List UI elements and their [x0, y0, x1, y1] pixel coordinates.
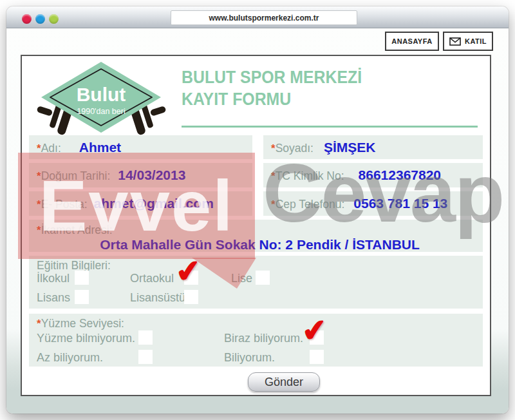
window-minimize-button[interactable] — [35, 14, 45, 24]
field-ikamet-adresi-label: İkamet Adresi: — [41, 224, 113, 236]
checkbox-yuzme-bilmiyorum[interactable] — [138, 330, 153, 345]
checkbox-ortaokul[interactable] — [184, 271, 198, 285]
required-marker: * — [37, 142, 41, 155]
field-eposta-value: ahmet@gmail.com — [94, 196, 214, 211]
envelope-icon — [449, 37, 461, 46]
logo-tagline: 1990'dan beri — [77, 107, 125, 116]
field-ikamet-adresi-value: Orta Mahalle Gün Sokak No: 2 Pendik / İS… — [37, 237, 483, 253]
address-bar[interactable]: www.bulutspormerkezi.com.tr — [171, 10, 357, 25]
url-text: www.bulutspormerkezi.com.tr — [209, 14, 319, 23]
field-dogum-tarihi-label: Doğum Tarihi: — [41, 169, 111, 183]
field-cep-telefonu[interactable]: * Cep Telefonu: 0563 781 15 13 — [263, 191, 483, 216]
checkbox-biraz-biliyorum[interactable] — [310, 330, 324, 345]
swimming-title: Yüzme Seviyesi: — [41, 317, 124, 330]
field-tc-kimlik[interactable]: * TC Kimlik No: 86612367820 — [263, 163, 483, 187]
window-close-button[interactable] — [22, 14, 32, 24]
swimming-section: *Yüzme Seviyesi: Yüzme bilmiyorum. Biraz… — [29, 314, 483, 367]
page-content: ANASAYFA KATIL — [6, 28, 509, 414]
katil-label: KATIL — [465, 37, 487, 45]
field-eposta-label: E- Posta: — [41, 198, 88, 211]
field-adi[interactable]: * Adı: Ahmet — [29, 135, 252, 159]
option-yuzme-bilmiyorum-label: Yüzme bilmiyorum. — [37, 332, 135, 345]
gonder-button[interactable]: Gönder — [248, 372, 320, 392]
required-marker: * — [37, 198, 41, 211]
checkbox-lisansustu[interactable] — [184, 290, 198, 304]
browser-chrome: www.bulutspormerkezi.com.tr — [6, 6, 509, 28]
field-cep-telefonu-label: Cep Telefonu: — [276, 198, 345, 211]
field-soyadi[interactable]: * Soyadı: ŞİMŞEK — [263, 135, 483, 159]
checkbox-biliyorum[interactable] — [310, 350, 324, 364]
required-marker: * — [37, 170, 41, 183]
field-tc-kimlik-label: TC Kimlik No: — [276, 169, 344, 183]
field-cep-telefonu-value: 0563 781 15 13 — [353, 196, 447, 211]
option-lisans-label: Lisans — [37, 291, 70, 305]
option-az-biliyorum-label: Az biliyorum. — [37, 351, 103, 365]
option-biliyorum-label: Biliyorum. — [224, 351, 275, 365]
required-marker: * — [37, 318, 41, 330]
checkbox-az-biliyorum[interactable] — [138, 350, 153, 364]
option-ortaokul-label: Ortaokul — [130, 272, 174, 285]
logo-name: Bulut — [77, 84, 126, 105]
form-title: BULUT SPOR MERKEZİ KAYIT FORMU — [182, 66, 362, 110]
checkbox-lisans[interactable] — [75, 290, 89, 304]
registration-form-panel: Bulut 1990'dan beri BULUT SPOR MERKEZİ K… — [21, 55, 491, 396]
field-tc-kimlik-value: 86612367820 — [359, 167, 441, 183]
checkbox-ilkokul[interactable] — [75, 271, 89, 285]
anasayfa-button[interactable]: ANASAYFA — [385, 32, 439, 51]
field-dogum-tarihi[interactable]: * Doğum Tarihi: 14/03/2013 — [29, 163, 252, 187]
option-ilkokul-label: İlkokul — [37, 272, 70, 285]
required-marker: * — [37, 224, 41, 236]
required-marker: * — [271, 170, 276, 183]
field-ikamet-adresi[interactable]: *İkamet Adresi: Orta Mahalle Gün Sokak N… — [29, 220, 483, 252]
option-lisansustu-label: Lisansüstü — [130, 291, 185, 305]
field-eposta[interactable]: * E- Posta: ahmet@gmail.com — [29, 191, 252, 216]
option-biraz-biliyorum-label: Biraz biliyorum. — [224, 332, 303, 345]
browser-window: www.bulutspormerkezi.com.tr ANASAYFA KAT… — [6, 6, 509, 414]
form-title-line1: BULUT SPOR MERKEZİ — [182, 66, 362, 88]
window-zoom-button[interactable] — [49, 14, 59, 24]
option-lise-label: Lise — [231, 272, 252, 285]
field-adi-label: Adı: — [41, 142, 61, 155]
bulut-logo: Bulut 1990'dan beri — [32, 60, 171, 136]
required-marker: * — [271, 198, 276, 211]
field-soyadi-value: ŞİMŞEK — [324, 140, 376, 155]
field-adi-value: Ahmet — [79, 140, 121, 155]
katil-button[interactable]: KATIL — [443, 32, 493, 51]
education-title: Eğitim Bilgileri: — [37, 259, 111, 272]
checkbox-lise[interactable] — [256, 271, 270, 285]
education-section: Eğitim Bilgileri: İlkokul Ortaokul Lise … — [29, 256, 483, 309]
form-title-line2: KAYIT FORMU — [182, 88, 362, 110]
required-marker: * — [271, 142, 276, 155]
field-soyadi-label: Soyadı: — [276, 142, 314, 155]
field-dogum-tarihi-value: 14/03/2013 — [118, 167, 185, 183]
title-divider — [182, 126, 478, 128]
anasayfa-label: ANASAYFA — [391, 37, 433, 45]
